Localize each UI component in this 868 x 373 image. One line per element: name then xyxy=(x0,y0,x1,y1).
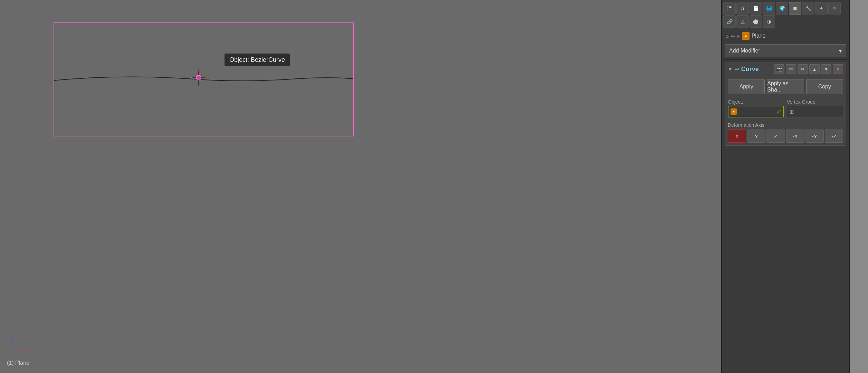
modifier-name-label: Curve xyxy=(741,66,772,73)
physics-icon[interactable]: ⚛ xyxy=(828,2,841,15)
deformation-axis-label: Deformation Axis: xyxy=(725,122,846,128)
modifier-properties-icon[interactable]: 🔧 xyxy=(802,2,814,15)
add-modifier-row: Add Modifier ▾ xyxy=(722,42,849,60)
axis-x-button[interactable]: X xyxy=(728,130,746,143)
modifier-collapse-arrow[interactable]: ▼ xyxy=(728,66,733,72)
modifier-eye-icon[interactable]: 👁 xyxy=(786,64,796,74)
far-right-panel xyxy=(849,0,868,373)
svg-point-2 xyxy=(196,75,201,80)
object-field-group: Object: ■ 🖊 xyxy=(728,99,784,117)
object-tooltip: Object: BezierCurve xyxy=(225,54,290,66)
constraints-icon[interactable]: 🔗 xyxy=(723,15,736,28)
object-cube-icon: ■ xyxy=(731,108,737,115)
modifier-header: ▼ ↩ Curve 📷 👁 ✏ ▲ ▼ ✕ xyxy=(725,62,846,76)
modifier-undo-icon[interactable]: ↩ xyxy=(735,66,739,73)
axis-neg-z-button[interactable]: -Z xyxy=(825,130,843,143)
svg-marker-3 xyxy=(198,69,200,71)
axis-indicator: Z X xyxy=(7,337,28,356)
object-properties-icon[interactable]: ◼ xyxy=(789,2,801,15)
world-properties-icon[interactable]: 🌍 xyxy=(776,2,788,15)
svg-marker-5 xyxy=(190,77,192,79)
apply-button[interactable]: Apply xyxy=(728,79,765,94)
svg-text:Z: Z xyxy=(10,337,13,341)
modifier-remove-icon[interactable]: ✕ xyxy=(833,64,843,74)
vertex-grid-icon: ⊞ xyxy=(789,108,794,115)
modifier-action-icons: 📷 👁 ✏ ▲ ▼ ✕ xyxy=(774,64,843,74)
vertex-group-field-group: Vertex Group: ⊞ xyxy=(787,99,843,117)
particles-icon[interactable]: ✦ xyxy=(815,2,828,15)
shading-icon[interactable]: ◑ xyxy=(763,15,775,28)
object-vertex-row: Object: ■ 🖊 Vertex Group: ⊞ xyxy=(728,99,843,117)
properties-icon-tabs: 🎬 🖨 📄 🌐 🌍 ◼ 🔧 ✦ ⚛ 🔗 △ ⬤ ◑ xyxy=(722,0,849,30)
properties-panel: 🎬 🖨 📄 🌐 🌍 ◼ 🔧 ✦ ⚛ 🔗 △ ⬤ ◑ ⌂ ↩ ▸ ■ Plane … xyxy=(721,0,849,373)
object-field-label: Object: xyxy=(728,99,784,105)
output-properties-icon[interactable]: 🖨 xyxy=(736,2,749,15)
modifier-camera-icon[interactable]: 📷 xyxy=(774,64,784,74)
viewport-object-label: (1) Plane xyxy=(7,360,29,366)
data-properties-icon[interactable]: △ xyxy=(736,15,749,28)
breadcrumb-home-icon[interactable]: ⌂ xyxy=(725,33,729,39)
modifier-edit-icon[interactable]: ✏ xyxy=(798,64,808,74)
transform-gizmo[interactable] xyxy=(188,67,209,88)
vertex-group-input[interactable]: ⊞ xyxy=(787,106,843,117)
add-modifier-label: Add Modifier xyxy=(729,48,760,54)
axis-y-button[interactable]: Y xyxy=(747,130,765,143)
eyedropper-icon[interactable]: 🖊 xyxy=(776,109,781,114)
svg-marker-6 xyxy=(205,77,207,79)
apply-as-shape-button[interactable]: Apply as Sha... xyxy=(767,79,804,94)
axis-z-button[interactable]: Z xyxy=(766,130,785,143)
breadcrumb-arrow-icon: ↩ xyxy=(731,33,735,39)
object-field-input[interactable]: ■ 🖊 xyxy=(728,106,784,117)
render-properties-icon[interactable]: 🎬 xyxy=(723,2,736,15)
viewport[interactable]: Object: BezierCurve Z X (1) Plane xyxy=(0,0,721,373)
svg-marker-4 xyxy=(198,84,200,86)
add-modifier-chevron: ▾ xyxy=(839,48,842,54)
axis-buttons-row: X Y Z -X -Y -Z xyxy=(725,130,846,145)
material-properties-icon[interactable]: ⬤ xyxy=(750,15,762,28)
breadcrumb: ⌂ ↩ ▸ ■ Plane xyxy=(722,30,849,42)
modifier-move-down-icon[interactable]: ▼ xyxy=(821,64,831,74)
add-modifier-button[interactable]: Add Modifier ▾ xyxy=(725,44,846,57)
axis-neg-x-button[interactable]: -X xyxy=(786,130,804,143)
modifier-fields: Object: ■ 🖊 Vertex Group: ⊞ xyxy=(725,97,846,122)
breadcrumb-object-name: Plane xyxy=(752,33,766,39)
breadcrumb-sep: ▸ xyxy=(737,33,740,39)
vertex-group-label: Vertex Group: xyxy=(787,99,843,105)
breadcrumb-object-icon: ■ xyxy=(742,32,750,40)
curve-modifier-card: ▼ ↩ Curve 📷 👁 ✏ ▲ ▼ ✕ Apply Apply as Sha… xyxy=(725,62,846,146)
modifier-move-up-icon[interactable]: ▲ xyxy=(809,64,820,74)
apply-buttons-row: Apply Apply as Sha... Copy xyxy=(725,76,846,97)
view-layer-icon[interactable]: 📄 xyxy=(750,2,762,15)
scene-properties-icon[interactable]: 🌐 xyxy=(763,2,775,15)
axis-neg-y-button[interactable]: -Y xyxy=(805,130,824,143)
copy-button[interactable]: Copy xyxy=(806,79,843,94)
svg-text:X: X xyxy=(25,349,28,353)
